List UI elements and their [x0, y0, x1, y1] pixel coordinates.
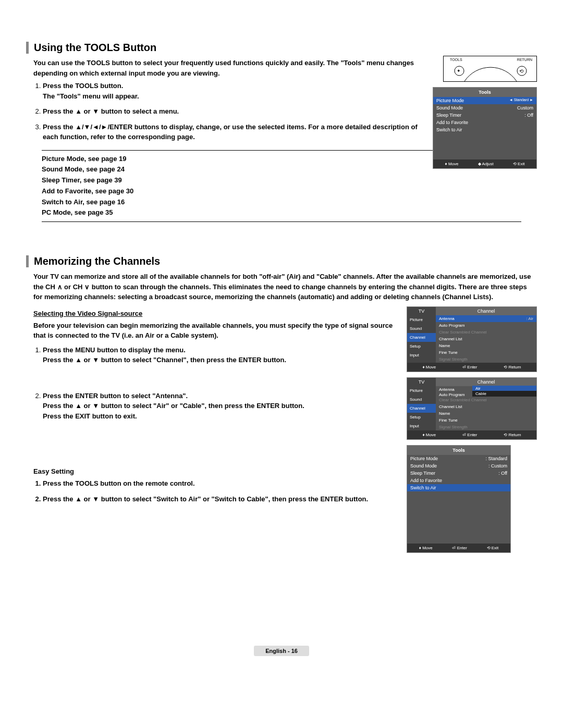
section-using-tools: Using the TOOLS Button TOOLS RETURN ✦⟲ T…: [26, 42, 537, 238]
right-column-panels: TVChannel Picture Sound Channel Setup In…: [407, 306, 537, 553]
tools-footer: ♦ Move◆ Adjust⟲ Exit: [433, 159, 536, 168]
ref-sleep: Sleep Timer, see page 39: [42, 175, 521, 186]
svg-text:⟲: ⟲: [519, 68, 524, 74]
tools-row-air[interactable]: Switch to Air: [433, 126, 536, 133]
opt-cable[interactable]: Cable: [472, 391, 536, 397]
section2-title: Memorizing the Channels: [26, 255, 537, 267]
page-footer: English - 16: [26, 647, 537, 655]
ref-air: Switch to Air, see page 16: [42, 197, 521, 208]
ref-fav: Add to Favorite, see page 30: [42, 186, 521, 197]
tools-header: Tools: [433, 88, 536, 97]
channel-panel-1: TVChannel Picture Sound Channel Setup In…: [407, 306, 537, 372]
tools-row-picture[interactable]: Picture Mode◄ Standard ►: [433, 97, 536, 104]
section2-intro: Your TV can memorize and store all of th…: [33, 272, 537, 302]
section-title: Using the TOOLS Button: [26, 42, 537, 54]
tools-menu-panel-2: Tools Picture Mode: Standard Sound Mode:…: [407, 445, 511, 553]
right-column-graphics: TOOLS RETURN ✦⟲ Tools Picture Mode◄ Stan…: [433, 56, 537, 169]
row-antenna[interactable]: Antenna: Air: [436, 315, 536, 322]
channel-sidebar: Picture Sound Channel Setup Input: [407, 315, 436, 363]
channel-panel-2: TVChannel Picture Sound Channel Setup In…: [407, 377, 537, 440]
section-memorizing-channels: Memorizing the Channels Your TV can memo…: [26, 255, 537, 553]
tools-menu-panel: Tools Picture Mode◄ Standard ► Sound Mod…: [433, 87, 537, 169]
tools-row-switch-air[interactable]: Switch to Air: [407, 484, 510, 491]
svg-text:✦: ✦: [457, 68, 461, 73]
tools-row-sound[interactable]: Sound ModeCustom: [433, 104, 536, 112]
tools-row-fav[interactable]: Add to Favorite: [433, 119, 536, 126]
remote-graphic: TOOLS RETURN ✦⟲: [443, 56, 537, 82]
tools-row-sleep[interactable]: Sleep Timer: Off: [433, 112, 536, 119]
ref-pc: PC Mode, see page 35: [42, 207, 521, 218]
